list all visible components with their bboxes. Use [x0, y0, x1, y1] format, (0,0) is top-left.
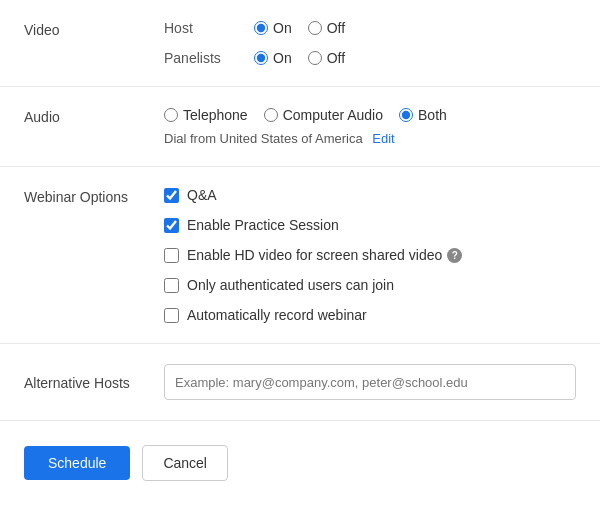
qa-row: Q&A — [164, 187, 576, 203]
both-radio[interactable] — [399, 108, 413, 122]
video-host-row: Host On Off — [164, 20, 576, 36]
panelists-on-label[interactable]: On — [273, 50, 292, 66]
hd-checkbox[interactable] — [164, 248, 179, 263]
practice-checkbox[interactable] — [164, 218, 179, 233]
alternative-hosts-section: Alternative Hosts — [0, 344, 600, 421]
host-radio-group: On Off — [254, 20, 345, 36]
host-off-radio[interactable] — [308, 21, 322, 35]
both-option[interactable]: Both — [399, 107, 447, 123]
panelists-radio-group: On Off — [254, 50, 345, 66]
alternative-hosts-input[interactable] — [164, 364, 576, 400]
practice-label[interactable]: Enable Practice Session — [187, 217, 339, 233]
computer-audio-label[interactable]: Computer Audio — [283, 107, 383, 123]
computer-audio-radio[interactable] — [264, 108, 278, 122]
video-label: Video — [24, 20, 164, 66]
qa-label[interactable]: Q&A — [187, 187, 217, 203]
telephone-radio[interactable] — [164, 108, 178, 122]
panelists-on-radio[interactable] — [254, 51, 268, 65]
panelists-off-option[interactable]: Off — [308, 50, 345, 66]
host-on-radio[interactable] — [254, 21, 268, 35]
record-label[interactable]: Automatically record webinar — [187, 307, 367, 323]
auth-checkbox[interactable] — [164, 278, 179, 293]
webinar-options-content: Q&A Enable Practice Session Enable HD vi… — [164, 187, 576, 323]
webinar-options-section: Webinar Options Q&A Enable Practice Sess… — [0, 167, 600, 344]
host-label: Host — [164, 20, 254, 36]
record-row: Automatically record webinar — [164, 307, 576, 323]
record-checkbox[interactable] — [164, 308, 179, 323]
hd-help-icon[interactable]: ? — [447, 248, 462, 263]
auth-label[interactable]: Only authenticated users can join — [187, 277, 394, 293]
panelists-off-label[interactable]: Off — [327, 50, 345, 66]
audio-options-row: Telephone Computer Audio Both — [164, 107, 576, 123]
host-on-option[interactable]: On — [254, 20, 292, 36]
video-section: Video Host On Off Panelists On — [0, 0, 600, 87]
dial-text: Dial from United States of America — [164, 131, 363, 146]
computer-audio-option[interactable]: Computer Audio — [264, 107, 383, 123]
audio-label: Audio — [24, 107, 164, 146]
telephone-option[interactable]: Telephone — [164, 107, 248, 123]
cancel-button[interactable]: Cancel — [142, 445, 228, 481]
video-content: Host On Off Panelists On — [164, 20, 576, 66]
dial-info: Dial from United States of America Edit — [164, 131, 576, 146]
hd-label[interactable]: Enable HD video for screen shared video … — [187, 247, 462, 263]
panelists-on-option[interactable]: On — [254, 50, 292, 66]
practice-row: Enable Practice Session — [164, 217, 576, 233]
alternative-hosts-label: Alternative Hosts — [24, 373, 164, 391]
schedule-button[interactable]: Schedule — [24, 446, 130, 480]
host-off-label[interactable]: Off — [327, 20, 345, 36]
both-label[interactable]: Both — [418, 107, 447, 123]
video-panelists-row: Panelists On Off — [164, 50, 576, 66]
panelists-label: Panelists — [164, 50, 254, 66]
audio-content: Telephone Computer Audio Both Dial from … — [164, 107, 576, 146]
host-on-label[interactable]: On — [273, 20, 292, 36]
hd-row: Enable HD video for screen shared video … — [164, 247, 576, 263]
webinar-options-label: Webinar Options — [24, 187, 164, 323]
host-off-option[interactable]: Off — [308, 20, 345, 36]
qa-checkbox[interactable] — [164, 188, 179, 203]
edit-link[interactable]: Edit — [372, 131, 394, 146]
telephone-label[interactable]: Telephone — [183, 107, 248, 123]
audio-section: Audio Telephone Computer Audio Both Dial… — [0, 87, 600, 167]
auth-row: Only authenticated users can join — [164, 277, 576, 293]
panelists-off-radio[interactable] — [308, 51, 322, 65]
buttons-section: Schedule Cancel — [0, 421, 600, 505]
